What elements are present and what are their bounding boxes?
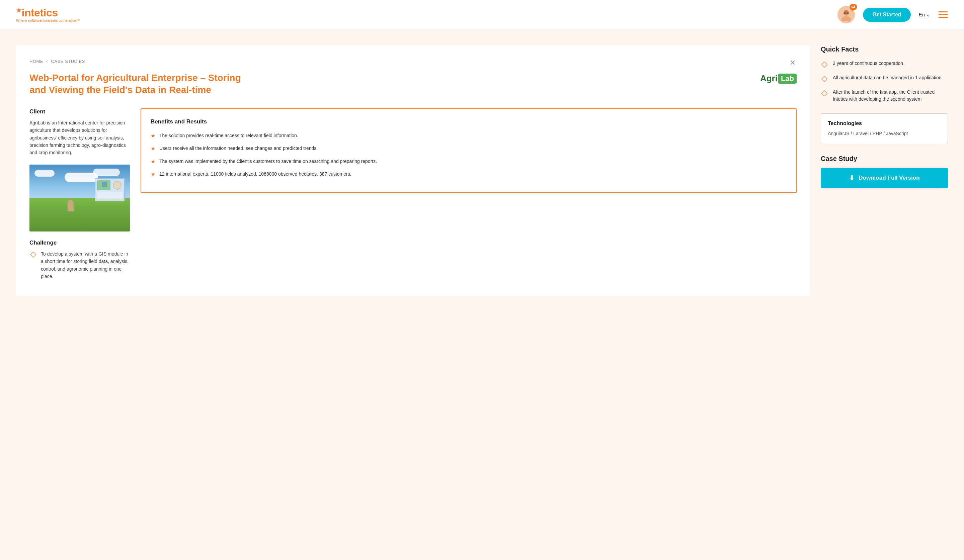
fact-diamond-icon-2 bbox=[821, 75, 828, 83]
title-row: Web-Portal for Agricultural Enterprise –… bbox=[29, 72, 796, 96]
benefit-text-2: Users receive all the information needed… bbox=[159, 144, 318, 152]
left-column: Client AgriLab is an International cente… bbox=[29, 109, 130, 280]
benefit-text-4: 12 international experts, 11000 fields a… bbox=[159, 170, 352, 178]
client-label: Client bbox=[29, 109, 130, 115]
diamond-icon bbox=[29, 251, 37, 258]
logo-star: ★ bbox=[16, 7, 21, 14]
challenge-label: Challenge bbox=[29, 240, 130, 246]
hamburger-menu[interactable] bbox=[939, 11, 948, 18]
challenge-item: To develop a system with a GIS module in… bbox=[29, 250, 130, 280]
star-icon-1: ★ bbox=[151, 133, 155, 139]
chat-bubble-icon bbox=[850, 4, 857, 10]
agrilab-lab: Lab bbox=[778, 74, 796, 84]
case-study-label: Case Study bbox=[821, 155, 948, 162]
tech-title: Technologies bbox=[828, 120, 941, 127]
svg-point-1 bbox=[842, 16, 851, 21]
right-column: Benefits and Results ★ The solution prov… bbox=[141, 109, 796, 280]
agrilab-logo: AgriLab bbox=[760, 73, 796, 84]
fact-text-2: All agricultural data can be managed in … bbox=[833, 74, 941, 81]
fact-item-1: 3 years of continuous cooperation bbox=[821, 60, 948, 68]
logo-text: ★intetics bbox=[16, 7, 80, 19]
breadcrumb-home[interactable]: HOME bbox=[29, 59, 43, 64]
case-study-section: Case Study ⬇ Download Full Version bbox=[821, 155, 948, 188]
benefit-text-3: The system was implemented by the Client… bbox=[159, 157, 377, 165]
get-started-button[interactable]: Get Started bbox=[863, 8, 910, 22]
logo-tagline: Where software concepts come alive™ bbox=[16, 18, 80, 23]
quick-facts: Quick Facts 3 years of continuous cooper… bbox=[821, 45, 948, 103]
breadcrumb-separator: < bbox=[46, 59, 49, 64]
svg-rect-15 bbox=[822, 62, 827, 68]
svg-rect-17 bbox=[822, 91, 827, 96]
svg-rect-13 bbox=[97, 192, 122, 199]
tech-list: AngularJS / Laravel / PHP / JavaScript bbox=[828, 130, 941, 137]
client-text: AgriLab is an International center for p… bbox=[29, 119, 130, 157]
download-button[interactable]: ⬇ Download Full Version bbox=[821, 168, 948, 188]
star-icon-4: ★ bbox=[151, 171, 155, 177]
fact-diamond-icon-1 bbox=[821, 61, 828, 68]
svg-point-12 bbox=[113, 181, 121, 189]
close-button[interactable]: ✕ bbox=[787, 58, 798, 68]
main-panel: HOME < CASE STUDIES ✕ Web-Portal for Agr… bbox=[16, 45, 810, 296]
download-label: Download Full Version bbox=[858, 175, 920, 181]
page-title: Web-Portal for Agricultural Enterprise –… bbox=[29, 72, 257, 96]
header-right: Get Started En ⌄ bbox=[837, 6, 948, 23]
svg-rect-16 bbox=[822, 76, 827, 82]
content-grid: Client AgriLab is an International cente… bbox=[29, 109, 796, 280]
download-icon: ⬇ bbox=[849, 174, 855, 182]
benefit-item-4: ★ 12 international experts, 11000 fields… bbox=[151, 170, 787, 178]
quick-facts-title: Quick Facts bbox=[821, 45, 948, 53]
svg-rect-6 bbox=[852, 6, 855, 8]
fact-text-3: After the launch of the first app, the C… bbox=[833, 89, 948, 103]
svg-rect-11 bbox=[102, 182, 107, 187]
star-icon-2: ★ bbox=[151, 145, 155, 151]
benefit-item-2: ★ Users receive all the information need… bbox=[151, 144, 787, 152]
star-icon-3: ★ bbox=[151, 158, 155, 165]
fact-item-3: After the launch of the first app, the C… bbox=[821, 89, 948, 103]
benefits-box: Benefits and Results ★ The solution prov… bbox=[141, 109, 796, 193]
avatar-wrapper[interactable] bbox=[837, 6, 855, 23]
hamburger-line bbox=[939, 17, 948, 18]
logo: ★intetics Where software concepts come a… bbox=[16, 7, 80, 23]
breadcrumb: HOME < CASE STUDIES bbox=[29, 59, 796, 64]
svg-rect-14 bbox=[31, 252, 36, 257]
benefits-title: Benefits and Results bbox=[151, 118, 787, 125]
benefit-text-1: The solution provides real-time access t… bbox=[159, 132, 298, 139]
fact-diamond-icon-3 bbox=[821, 90, 828, 97]
benefit-item-1: ★ The solution provides real-time access… bbox=[151, 132, 787, 139]
breadcrumb-current: CASE STUDIES bbox=[51, 59, 85, 64]
fact-item-2: All agricultural data can be managed in … bbox=[821, 74, 948, 83]
hamburger-line bbox=[939, 11, 948, 12]
chevron-down-icon: ⌄ bbox=[926, 12, 930, 18]
language-selector[interactable]: En ⌄ bbox=[919, 12, 930, 18]
technologies-box: Technologies AngularJS / Laravel / PHP /… bbox=[821, 114, 948, 144]
challenge-text: To develop a system with a GIS module in… bbox=[41, 250, 130, 280]
agrilab-text: Agri bbox=[760, 73, 778, 84]
field-image bbox=[29, 165, 130, 232]
benefit-item-3: ★ The system was implemented by the Clie… bbox=[151, 157, 787, 165]
sidebar-panel: Quick Facts 3 years of continuous cooper… bbox=[821, 45, 948, 188]
header: ★intetics Where software concepts come a… bbox=[0, 0, 964, 29]
page-content: HOME < CASE STUDIES ✕ Web-Portal for Agr… bbox=[0, 29, 964, 560]
hamburger-line bbox=[939, 14, 948, 15]
fact-text-1: 3 years of continuous cooperation bbox=[833, 60, 903, 67]
